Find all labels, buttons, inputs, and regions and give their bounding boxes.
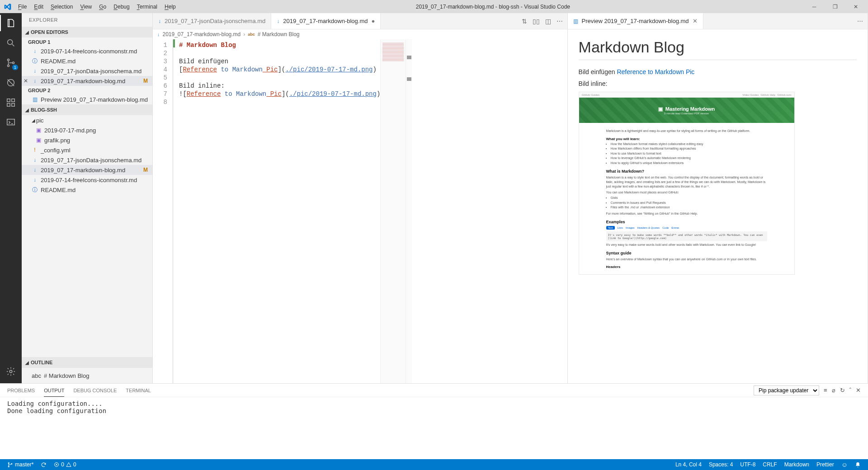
markdown-preview[interactable]: Markdown Blog Bild einfügen Reference to… <box>568 29 868 383</box>
markdown-logo-icon: ▣ <box>658 106 663 112</box>
maximize-icon[interactable]: ❐ <box>828 4 842 10</box>
more-actions-icon[interactable]: ⋯ <box>557 18 563 25</box>
tab-dirty-indicator[interactable]: ● <box>372 18 375 24</box>
status-feedback-icon[interactable]: ☺ <box>838 459 851 470</box>
status-indentation[interactable]: Spaces: 4 <box>705 459 736 470</box>
more-actions-icon[interactable]: ⋯ <box>857 18 863 24</box>
editor-group-1: ↓ 2019_07_17-jsonData-jsonschema.md ↓ 20… <box>153 13 568 383</box>
status-eol[interactable]: CRLF <box>759 459 780 470</box>
markdown-icon: ↓ <box>31 167 39 173</box>
open-preview-side-icon[interactable]: ▯▯ <box>533 18 540 25</box>
panel-tab-output[interactable]: OUTPUT <box>44 388 64 397</box>
preview-paragraph: Bild inline: <box>579 80 857 87</box>
file-item[interactable]: ↓2019-07-14-freeIcons-iconmonstr.md <box>22 175 152 185</box>
file-item[interactable]: ▣grafik.png <box>22 135 152 145</box>
output-channel-dropdown[interactable]: Pip package updater <box>754 385 819 395</box>
editor-tab-active[interactable]: ↓ 2019_07_17-markdown-blog.md ● <box>271 13 381 29</box>
maximize-panel-icon[interactable]: ˆ <box>849 387 851 394</box>
output-content[interactable]: Loading configuration.... Done loading c… <box>0 397 868 459</box>
clear-output-icon[interactable]: ⌀ <box>832 387 835 394</box>
file-item[interactable]: ⓘREADME.md <box>22 185 152 195</box>
editor-actions: ⇅ ▯▯ ◫ ⋯ <box>517 13 567 29</box>
status-cursor-position[interactable]: Ln 4, Col 4 <box>672 459 705 470</box>
editor-group-2: ▥ Preview 2019_07_17-markdown-blog.md ✕ … <box>568 13 868 383</box>
status-prettier[interactable]: Prettier <box>813 459 838 470</box>
open-editor-item[interactable]: ↓2019_07_17-jsonData-jsonschema.md <box>22 66 152 76</box>
gear-icon[interactable] <box>5 366 16 377</box>
menu-selection[interactable]: Selection <box>48 2 75 12</box>
breadcrumb-item[interactable]: 2019_07_17-markdown-blog.md <box>163 31 241 38</box>
svg-point-2 <box>7 65 9 66</box>
code-content[interactable]: # Markdown Blog Bild einfügen [Reference… <box>175 39 380 383</box>
svg-point-0 <box>8 40 13 45</box>
open-editor-item-active[interactable]: ✕ ↓2019_07_17-markdown-blog.md M <box>22 76 152 86</box>
code-editor[interactable]: 1 2 3 4 5 6 7 8 # Markdown Blog Bild ein… <box>153 39 567 383</box>
menu-go[interactable]: Go <box>96 2 109 12</box>
file-item[interactable]: ▣2019-07-17-md.png <box>22 125 152 135</box>
overview-ruler[interactable] <box>406 39 412 383</box>
open-editor-item[interactable]: ▥Preview 2019_07_17-markdown-blog.md <box>22 94 152 104</box>
status-encoding[interactable]: UTF-8 <box>736 459 759 470</box>
status-notifications-icon[interactable] <box>851 459 864 470</box>
panel-tab-terminal[interactable]: TERMINAL <box>126 388 151 393</box>
open-editor-label: 2019-07-14-freeIcons-iconmonstr.md <box>41 48 137 55</box>
close-tab-icon[interactable]: ✕ <box>693 18 698 24</box>
preview-link[interactable]: Reference to Markdown Pic <box>617 68 694 75</box>
debug-icon[interactable] <box>5 77 16 88</box>
open-editor-label: Preview 2019_07_17-markdown-blog.md <box>41 96 148 103</box>
minimap[interactable] <box>380 39 406 383</box>
panel-tab-problems[interactable]: PROBLEMS <box>7 388 35 393</box>
window-controls: ─ ❐ ✕ <box>807 4 863 10</box>
status-problems[interactable]: 0 0 <box>50 459 80 470</box>
word-wrap-icon[interactable]: ≡ <box>824 387 827 394</box>
panel-tab-debug-console[interactable]: DEBUG CONSOLE <box>73 388 117 393</box>
extensions-icon[interactable] <box>5 97 16 108</box>
file-item[interactable]: ↓2019_07_17-jsonData-jsonschema.md <box>22 155 152 165</box>
svg-point-12 <box>8 466 9 467</box>
vscode-logo-icon <box>4 3 12 11</box>
menu-edit[interactable]: Edit <box>31 2 46 12</box>
outline-item[interactable]: abc# Markdown Blog <box>22 371 152 381</box>
breadcrumb-item[interactable]: # Markdown Blog <box>258 31 300 38</box>
open-editor-item[interactable]: ⓘREADME.md <box>22 56 152 66</box>
preview-tab-active[interactable]: ▥ Preview 2019_07_17-markdown-blog.md ✕ <box>568 13 703 29</box>
file-item-active[interactable]: ↓2019_07_17-markdown-blog.mdM <box>22 165 152 175</box>
close-panel-icon[interactable]: ✕ <box>856 387 861 394</box>
editor-tab[interactable]: ↓ 2019_07_17-jsonData-jsonschema.md <box>153 13 271 29</box>
menu-terminal[interactable]: Terminal <box>134 2 160 12</box>
status-branch[interactable]: master* <box>4 459 37 470</box>
breadcrumbs[interactable]: ↓ 2019_07_17-markdown-blog.md › abc # Ma… <box>153 29 567 39</box>
file-item[interactable]: !_config.yml <box>22 145 152 155</box>
file-label: _config.yml <box>41 147 71 154</box>
menu-help[interactable]: Help <box>162 2 179 12</box>
section-workspace[interactable]: ◢ BLOG-SSH <box>22 104 152 115</box>
source-control-icon[interactable]: 1 <box>5 57 16 68</box>
title-bar: File Edit Selection View Go Debug Termin… <box>0 0 868 13</box>
close-editor-icon[interactable]: ✕ <box>24 78 28 84</box>
menu-file[interactable]: File <box>15 2 29 12</box>
preview-heading: Markdown Blog <box>579 38 857 56</box>
section-open-editors[interactable]: ◢ OPEN EDITORS <box>22 27 152 38</box>
menu-view[interactable]: View <box>77 2 94 12</box>
split-editor-icon[interactable]: ◫ <box>545 18 551 25</box>
tab-row: ▥ Preview 2019_07_17-markdown-blog.md ✕ … <box>568 13 868 29</box>
terminal-panel-icon[interactable] <box>5 117 16 128</box>
minimize-icon[interactable]: ─ <box>807 4 821 10</box>
markdown-icon: ↓ <box>31 48 39 54</box>
search-icon[interactable] <box>5 38 16 48</box>
modified-badge: M <box>143 78 148 84</box>
tab-label: Preview 2019_07_17-markdown-blog.md <box>582 18 689 24</box>
lock-scroll-icon[interactable]: ↻ <box>840 387 845 394</box>
status-language[interactable]: Markdown <box>781 459 813 470</box>
status-sync[interactable] <box>37 459 50 470</box>
compare-changes-icon[interactable]: ⇅ <box>522 18 527 25</box>
files-icon[interactable] <box>5 18 16 28</box>
image-icon: ▣ <box>34 137 42 143</box>
section-outline[interactable]: ◢ OUTLINE <box>22 357 152 368</box>
chevron-down-icon: ◢ <box>24 30 30 35</box>
open-editor-item[interactable]: ↓2019-07-14-freeIcons-iconmonstr.md <box>22 46 152 56</box>
menu-debug[interactable]: Debug <box>111 2 132 12</box>
open-editor-label: 2019_07_17-markdown-blog.md <box>41 78 125 85</box>
close-icon[interactable]: ✕ <box>849 4 863 10</box>
folder-item[interactable]: ◢pic <box>22 115 152 125</box>
